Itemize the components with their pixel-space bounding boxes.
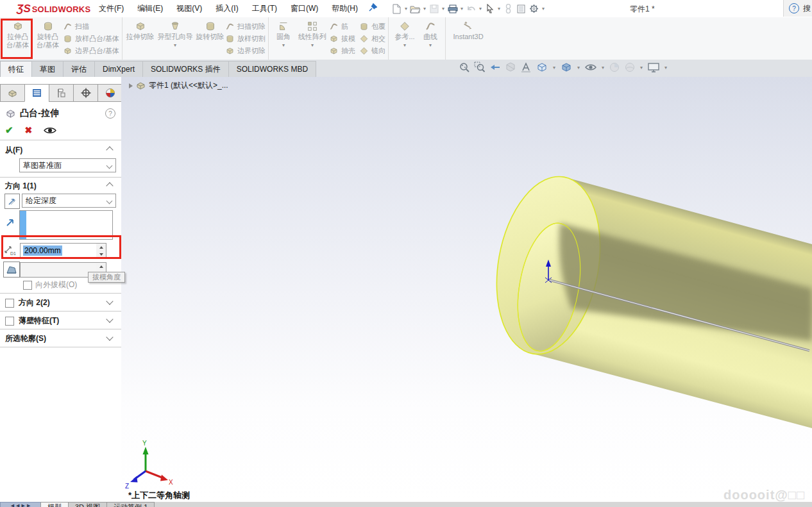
display-style-icon[interactable] <box>560 62 573 73</box>
ok-button[interactable]: ✔ <box>5 124 13 136</box>
search-label[interactable]: 搜 <box>803 3 811 14</box>
rib-button[interactable]: 筋 <box>329 21 355 33</box>
direction-reference-box[interactable] <box>19 210 113 240</box>
apply-scene-icon[interactable] <box>624 62 636 73</box>
fillet-dropdown-icon[interactable]: ▾ <box>282 41 285 49</box>
selected-contours-expand-icon[interactable] <box>106 333 113 340</box>
linear-pattern-button[interactable]: 线性阵列 ▾ <box>296 19 329 49</box>
options-list-icon[interactable] <box>516 3 527 14</box>
direction2-expand-icon[interactable] <box>106 297 113 304</box>
view-settings-icon[interactable] <box>647 62 660 73</box>
save-icon[interactable] <box>428 3 439 14</box>
hole-wizard-dropdown-icon[interactable]: ▾ <box>174 41 176 49</box>
draft-spin-up-icon[interactable] <box>96 263 106 270</box>
pattern-dropdown-icon[interactable]: ▾ <box>311 41 314 49</box>
from-section-header[interactable]: 从(F) <box>5 145 22 156</box>
nav-prev-icon[interactable]: ◀ <box>16 503 19 507</box>
display-style-dropdown-icon[interactable]: ▾ <box>577 65 580 71</box>
motion-study-tab[interactable]: 运动算例 1 <box>106 502 155 507</box>
from-combobox[interactable]: 草图基准面 <box>19 158 116 172</box>
featuremanager-tab[interactable] <box>0 84 25 102</box>
zoom-area-icon[interactable] <box>474 62 486 73</box>
pm-help-icon[interactable]: ? <box>105 108 115 119</box>
thin-feature-checkbox[interactable] <box>5 317 14 326</box>
outward-draft-checkbox[interactable] <box>23 281 32 290</box>
undo-icon[interactable] <box>466 3 477 14</box>
depth-input[interactable]: 200.00mm <box>20 243 97 258</box>
direction2-section-header[interactable]: 方向 2(2) <box>5 297 50 308</box>
tab-sketch[interactable]: 草图 <box>31 61 63 77</box>
depth-spin-up-icon[interactable] <box>96 244 106 251</box>
apply-scene-dropdown-icon[interactable]: ▾ <box>640 65 643 71</box>
model-canvas[interactable]: Y X Z <box>121 77 812 502</box>
view-settings-dropdown-icon[interactable]: ▾ <box>664 65 667 71</box>
undo-dropdown-icon[interactable]: ▾ <box>479 6 482 12</box>
draft-toggle-button[interactable] <box>3 262 20 278</box>
revolve-cut-button[interactable]: 旋转切除 <box>195 19 225 41</box>
draft-angle-input[interactable] <box>20 262 97 278</box>
draft-button[interactable]: 拔模 <box>329 33 355 45</box>
open-icon[interactable] <box>410 3 421 14</box>
menu-help[interactable]: 帮助(H) <box>332 3 358 14</box>
nav-last-icon[interactable]: ▶ <box>27 503 30 507</box>
3d-views-tab[interactable]: 3D 视图 <box>68 502 107 507</box>
from-collapse-icon[interactable] <box>106 146 113 153</box>
displaymanager-tab[interactable] <box>97 84 123 102</box>
save-dropdown-icon[interactable]: ▾ <box>442 6 444 12</box>
tab-evaluate[interactable]: 评估 <box>63 61 95 77</box>
print-icon[interactable] <box>447 3 458 14</box>
loft-cut-button[interactable]: 放样切割 <box>225 33 266 45</box>
curves-dropdown-icon[interactable]: ▾ <box>429 41 432 49</box>
wrap-button[interactable]: 包覆 <box>359 21 385 33</box>
fillet-button[interactable]: 圆角 ▾ <box>271 19 296 49</box>
menu-window[interactable]: 窗口(W) <box>291 3 318 14</box>
settings-gear-icon[interactable] <box>529 3 539 14</box>
loft-boss-button[interactable]: 放样凸台/基体 <box>63 33 119 45</box>
rebuild-icon[interactable] <box>503 3 514 14</box>
new-document-icon[interactable] <box>391 3 402 14</box>
help-icon[interactable]: ? <box>789 3 799 13</box>
feature-tree-flyout[interactable]: 零件1 (默认<<默认>_... <box>129 80 228 91</box>
reverse-direction-button[interactable] <box>4 194 20 209</box>
previous-view-icon[interactable] <box>489 62 501 73</box>
cancel-button[interactable]: ✖ <box>25 125 33 135</box>
view-orientation-icon[interactable] <box>536 62 548 73</box>
hide-show-dropdown-icon[interactable]: ▾ <box>602 65 604 71</box>
tree-root-item[interactable]: 零件1 (默认<<默认>_... <box>149 80 228 91</box>
print-dropdown-icon[interactable]: ▾ <box>461 6 463 12</box>
hole-wizard-button[interactable]: 异型孔向导 ▾ <box>155 19 195 49</box>
selected-contours-section-header[interactable]: 所选轮廓(S) <box>5 333 46 344</box>
mirror-button[interactable]: 镜向 <box>359 45 385 57</box>
annotation-view-icon[interactable] <box>520 62 532 73</box>
reference-geometry-button[interactable]: 参考... ▾ <box>391 19 418 49</box>
configurationmanager-tab[interactable] <box>49 84 74 102</box>
tab-mbd[interactable]: SOLIDWORKS MBD <box>228 61 316 77</box>
intersect-button[interactable]: 相交 <box>359 33 385 45</box>
edit-appearance-icon[interactable] <box>609 62 620 73</box>
tab-dimxpert[interactable]: DimXpert <box>94 61 143 77</box>
nav-next-icon[interactable]: ▶ <box>22 503 25 507</box>
new-dropdown-icon[interactable]: ▾ <box>405 6 407 12</box>
thin-feature-section-header[interactable]: 薄壁特征(T) <box>5 315 59 326</box>
section-view-icon[interactable] <box>505 62 516 73</box>
open-dropdown-icon[interactable]: ▾ <box>423 6 426 12</box>
tab-addins[interactable]: SOLIDWORKS 插件 <box>142 61 229 77</box>
select-pointer-icon[interactable] <box>484 3 495 14</box>
model-tab-nav-buttons[interactable]: ◀◀▶▶ <box>0 502 41 507</box>
instant3d-button[interactable]: Instant3D <box>448 19 488 41</box>
model-tab[interactable]: 模型 <box>40 502 69 507</box>
boundary-cut-button[interactable]: 边界切除 <box>225 45 266 57</box>
dimxpertmanager-tab[interactable] <box>73 84 98 102</box>
nav-first-icon[interactable]: ◀ <box>11 503 14 507</box>
menu-edit[interactable]: 编辑(E) <box>137 3 163 14</box>
tree-expand-icon[interactable] <box>129 83 133 88</box>
direction2-checkbox[interactable] <box>5 299 14 308</box>
menu-view[interactable]: 视图(V) <box>176 3 202 14</box>
menu-file[interactable]: 文件(F) <box>99 3 124 14</box>
curves-button[interactable]: 曲线 ▾ <box>418 19 443 49</box>
gear-dropdown-icon[interactable]: ▾ <box>542 6 545 12</box>
from-combo-arrow-icon[interactable] <box>106 162 113 169</box>
thin-feature-expand-icon[interactable] <box>106 315 113 322</box>
end-condition-combobox[interactable]: 给定深度 <box>22 194 116 208</box>
depth-spinner[interactable] <box>96 243 106 258</box>
